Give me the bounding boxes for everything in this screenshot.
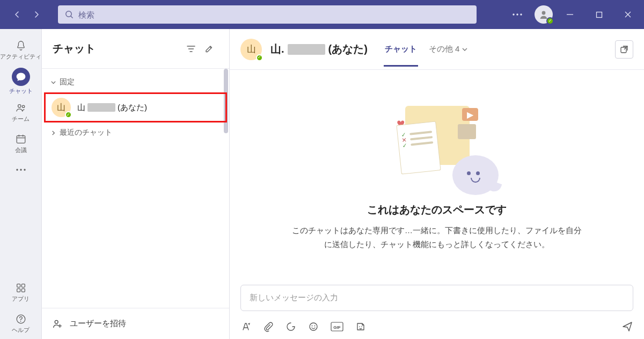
search-input[interactable]: [78, 10, 470, 19]
filter-button[interactable]: [182, 40, 200, 58]
window-close-button[interactable]: [616, 3, 640, 26]
format-icon: [240, 321, 251, 332]
svg-point-0: [66, 11, 71, 17]
people-icon: [15, 102, 27, 114]
filter-icon: [186, 44, 196, 54]
svg-point-6: [18, 104, 21, 107]
svg-point-10: [20, 169, 21, 170]
chevron-down-icon: [50, 80, 56, 85]
app-rail: アクティビティ チャット チーム 会議 アプリ ヘルプ: [0, 29, 42, 339]
redacted-text: [288, 44, 325, 55]
invite-users-button[interactable]: ユーザーを招待: [42, 308, 229, 339]
format-button[interactable]: [240, 321, 251, 332]
svg-point-11: [24, 169, 25, 170]
tab-chat[interactable]: チャット: [384, 41, 418, 57]
rail-calendar[interactable]: 会議: [0, 128, 41, 159]
bell-icon: [15, 40, 27, 52]
send-button[interactable]: [621, 321, 633, 333]
section-label: 固定: [60, 77, 75, 87]
profile-avatar[interactable]: [535, 5, 553, 24]
compose-toolbar: GIF: [230, 315, 644, 339]
window-minimize-button[interactable]: [558, 3, 582, 26]
gif-icon: GIF: [331, 322, 343, 331]
chat-title: 山. (あなた): [270, 42, 368, 56]
svg-point-25: [359, 326, 360, 327]
rail-label: アクティビティ: [0, 53, 41, 61]
chat-item-self[interactable]: 山 山 (あなた): [44, 92, 227, 122]
rail-label: アプリ: [12, 295, 30, 303]
rail-more-button[interactable]: [0, 159, 41, 181]
nav-forward-button[interactable]: [28, 6, 45, 23]
svg-point-20: [310, 323, 317, 330]
titlebar: [0, 0, 644, 29]
empty-description: このチャットはあなた専用です…一緒に。下書きに使用したり、ファイルを自分に送信し…: [292, 223, 582, 251]
svg-point-7: [22, 105, 24, 107]
emoji-button[interactable]: [308, 321, 319, 332]
rail-chat[interactable]: チャット: [0, 66, 41, 97]
section-recent[interactable]: 最近のチャット: [42, 122, 229, 143]
presence-available-icon: [546, 17, 554, 25]
chevron-down-icon: [462, 46, 468, 53]
chat-main: 山 山. (あなた) チャット その他 4: [230, 29, 644, 339]
calendar-icon: [15, 133, 27, 145]
rail-label: 会議: [15, 146, 27, 154]
compose-input[interactable]: 新しいメッセージの入力: [240, 285, 633, 311]
rail-apps[interactable]: アプリ: [0, 277, 41, 308]
svg-point-1: [513, 13, 514, 15]
tab-others[interactable]: その他 4: [429, 44, 469, 54]
svg-point-26: [361, 326, 362, 327]
svg-point-2: [516, 13, 518, 15]
send-icon: [621, 321, 633, 333]
empty-state: ♥ ▶ ✓ ✕ ✓ これはあなたのスペースです このチャットはあなた専用です…一…: [230, 70, 644, 276]
svg-rect-12: [17, 284, 20, 287]
chat-header: 山 山. (あなた) チャット その他 4: [230, 29, 644, 70]
window-maximize-button[interactable]: [587, 3, 611, 26]
chevron-right-icon: [50, 130, 56, 136]
popout-icon: [620, 45, 628, 54]
svg-point-21: [312, 326, 313, 327]
rail-help[interactable]: ヘルプ: [0, 308, 41, 339]
svg-rect-8: [17, 135, 25, 143]
help-icon: [15, 313, 27, 325]
chat-item-label: 山 (あなた): [77, 103, 147, 113]
rail-label: チャット: [9, 87, 33, 95]
svg-point-4: [542, 11, 546, 15]
more-options-button[interactable]: [506, 3, 529, 26]
popout-button[interactable]: [615, 40, 633, 59]
chat-icon: [16, 71, 26, 82]
search-box[interactable]: [58, 5, 477, 24]
presence-available-icon: [256, 54, 263, 61]
svg-rect-5: [596, 12, 602, 17]
rail-label: ヘルプ: [12, 326, 30, 334]
empty-title: これはあなたのスペースです: [367, 203, 507, 217]
svg-point-22: [314, 326, 316, 327]
attach-icon: [263, 321, 274, 332]
gif-button[interactable]: GIF: [331, 322, 343, 331]
rail-teams[interactable]: チーム: [0, 97, 41, 128]
svg-point-17: [20, 321, 21, 322]
new-chat-button[interactable]: [200, 40, 218, 58]
redacted-text: [87, 103, 115, 112]
attach-button[interactable]: [263, 321, 274, 332]
rail-activity[interactable]: アクティビティ: [0, 34, 41, 66]
sticker-icon: [355, 321, 366, 332]
sticker-button[interactable]: [355, 321, 366, 332]
nav-back-button[interactable]: [9, 6, 26, 23]
section-pinned[interactable]: 固定: [42, 72, 229, 92]
avatar: 山: [52, 98, 71, 117]
svg-rect-14: [17, 288, 20, 292]
illustration: ♥ ▶ ✓ ✕ ✓: [391, 106, 482, 192]
compose-icon: [204, 44, 214, 54]
chat-list-pane: チャット 固定 山 山 (あなた): [42, 29, 230, 339]
svg-point-3: [520, 13, 522, 15]
svg-point-18: [55, 320, 58, 323]
loop-button[interactable]: [286, 321, 296, 332]
presence-available-icon: [65, 111, 72, 118]
svg-rect-15: [21, 288, 25, 292]
search-icon: [64, 10, 74, 19]
section-label: 最近のチャット: [60, 128, 112, 138]
apps-icon: [15, 282, 27, 294]
svg-rect-13: [21, 284, 25, 287]
avatar: 山: [240, 39, 262, 60]
svg-text:GIF: GIF: [333, 325, 340, 330]
